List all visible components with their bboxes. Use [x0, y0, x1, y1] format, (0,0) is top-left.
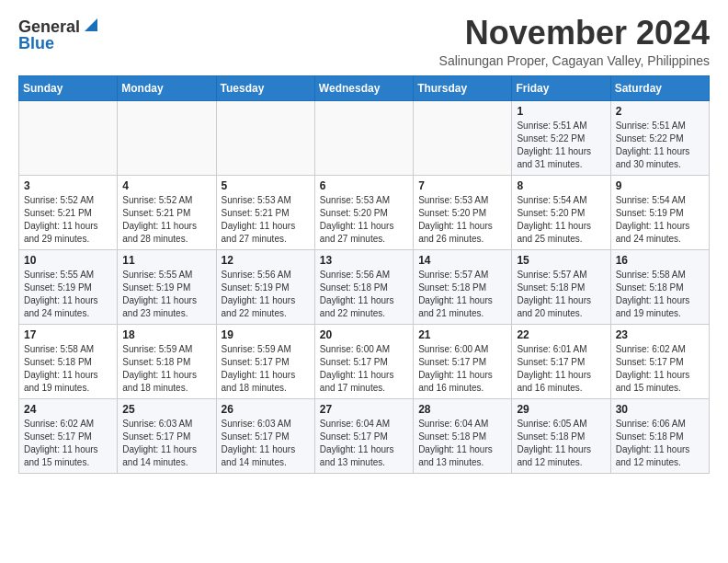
day-number: 8	[517, 179, 605, 192]
day-info: Sunrise: 5:58 AM Sunset: 5:18 PM Dayligh…	[616, 269, 704, 320]
svg-marker-0	[85, 18, 97, 31]
day-number: 12	[222, 254, 310, 267]
day-number: 9	[616, 179, 704, 192]
logo-triangle-icon	[81, 17, 97, 33]
day-info: Sunrise: 5:52 AM Sunset: 5:21 PM Dayligh…	[122, 194, 210, 246]
day-info: Sunrise: 6:03 AM Sunset: 5:17 PM Dayligh…	[222, 418, 310, 469]
calendar-week-1: 1Sunrise: 5:51 AM Sunset: 5:22 PM Daylig…	[19, 100, 710, 175]
header-cell-wednesday: Wednesday	[314, 75, 413, 100]
header-cell-friday: Friday	[512, 75, 610, 100]
calendar-cell: 5Sunrise: 5:53 AM Sunset: 5:21 PM Daylig…	[216, 175, 314, 249]
calendar-cell: 15Sunrise: 5:57 AM Sunset: 5:18 PM Dayli…	[512, 249, 610, 324]
calendar-table: SundayMondayTuesdayWednesdayThursdayFrid…	[18, 75, 710, 474]
day-info: Sunrise: 5:54 AM Sunset: 5:19 PM Dayligh…	[616, 194, 704, 246]
calendar-cell: 20Sunrise: 6:00 AM Sunset: 5:17 PM Dayli…	[314, 324, 413, 398]
day-info: Sunrise: 5:55 AM Sunset: 5:19 PM Dayligh…	[122, 269, 210, 320]
calendar-week-2: 3Sunrise: 5:52 AM Sunset: 5:21 PM Daylig…	[19, 175, 710, 249]
day-number: 5	[222, 179, 310, 192]
header-cell-monday: Monday	[118, 75, 216, 100]
day-number: 13	[320, 254, 408, 267]
calendar-week-5: 24Sunrise: 6:02 AM Sunset: 5:17 PM Dayli…	[19, 398, 710, 473]
day-info: Sunrise: 5:57 AM Sunset: 5:18 PM Dayligh…	[517, 269, 605, 320]
day-info: Sunrise: 5:51 AM Sunset: 5:22 PM Dayligh…	[616, 120, 704, 171]
calendar-cell: 22Sunrise: 6:01 AM Sunset: 5:17 PM Dayli…	[512, 324, 610, 398]
day-number: 4	[122, 179, 210, 192]
day-number: 27	[320, 403, 408, 416]
day-number: 19	[222, 328, 310, 341]
header-cell-sunday: Sunday	[19, 75, 118, 100]
header-row: SundayMondayTuesdayWednesdayThursdayFrid…	[19, 75, 710, 100]
day-info: Sunrise: 6:00 AM Sunset: 5:17 PM Dayligh…	[320, 343, 408, 395]
day-number: 14	[418, 254, 506, 267]
calendar-cell: 29Sunrise: 6:05 AM Sunset: 5:18 PM Dayli…	[512, 398, 610, 473]
header-cell-tuesday: Tuesday	[216, 75, 314, 100]
calendar-cell: 27Sunrise: 6:04 AM Sunset: 5:17 PM Dayli…	[314, 398, 413, 473]
day-info: Sunrise: 6:00 AM Sunset: 5:17 PM Dayligh…	[418, 343, 506, 395]
logo-blue-text: Blue	[18, 35, 54, 52]
calendar-cell	[216, 100, 314, 175]
day-number: 29	[517, 403, 605, 416]
calendar-header: SundayMondayTuesdayWednesdayThursdayFrid…	[19, 75, 710, 100]
day-number: 16	[616, 254, 704, 267]
calendar-body: 1Sunrise: 5:51 AM Sunset: 5:22 PM Daylig…	[19, 100, 710, 473]
calendar-cell: 14Sunrise: 5:57 AM Sunset: 5:18 PM Dayli…	[414, 249, 512, 324]
day-info: Sunrise: 5:54 AM Sunset: 5:20 PM Dayligh…	[517, 194, 605, 246]
calendar-cell: 3Sunrise: 5:52 AM Sunset: 5:21 PM Daylig…	[19, 175, 118, 249]
day-number: 7	[418, 179, 506, 192]
day-info: Sunrise: 6:02 AM Sunset: 5:17 PM Dayligh…	[616, 343, 704, 395]
day-number: 11	[122, 254, 210, 267]
calendar-cell	[118, 100, 216, 175]
day-number: 28	[418, 403, 506, 416]
day-number: 20	[320, 328, 408, 341]
day-number: 2	[616, 105, 704, 118]
calendar-cell: 6Sunrise: 5:53 AM Sunset: 5:20 PM Daylig…	[314, 175, 413, 249]
calendar-cell: 19Sunrise: 5:59 AM Sunset: 5:17 PM Dayli…	[216, 324, 314, 398]
calendar-cell: 26Sunrise: 6:03 AM Sunset: 5:17 PM Dayli…	[216, 398, 314, 473]
day-number: 21	[418, 328, 506, 341]
calendar-cell: 12Sunrise: 5:56 AM Sunset: 5:19 PM Dayli…	[216, 249, 314, 324]
day-number: 10	[24, 254, 112, 267]
calendar-cell: 25Sunrise: 6:03 AM Sunset: 5:17 PM Dayli…	[118, 398, 216, 473]
location-subtitle: Salinungan Proper, Cagayan Valley, Phili…	[439, 53, 710, 68]
day-info: Sunrise: 5:56 AM Sunset: 5:18 PM Dayligh…	[320, 269, 408, 320]
day-info: Sunrise: 6:05 AM Sunset: 5:18 PM Dayligh…	[517, 418, 605, 469]
title-area: November 2024 Salinungan Proper, Cagayan…	[439, 15, 710, 68]
day-number: 17	[24, 328, 112, 341]
day-number: 26	[222, 403, 310, 416]
calendar-cell	[314, 100, 413, 175]
calendar-cell: 23Sunrise: 6:02 AM Sunset: 5:17 PM Dayli…	[610, 324, 709, 398]
day-info: Sunrise: 6:04 AM Sunset: 5:17 PM Dayligh…	[320, 418, 408, 469]
calendar-cell: 1Sunrise: 5:51 AM Sunset: 5:22 PM Daylig…	[512, 100, 610, 175]
header-cell-saturday: Saturday	[610, 75, 709, 100]
day-info: Sunrise: 5:55 AM Sunset: 5:19 PM Dayligh…	[24, 269, 112, 320]
calendar-week-4: 17Sunrise: 5:58 AM Sunset: 5:18 PM Dayli…	[19, 324, 710, 398]
day-info: Sunrise: 5:57 AM Sunset: 5:18 PM Dayligh…	[418, 269, 506, 320]
month-title: November 2024	[439, 15, 710, 52]
day-info: Sunrise: 6:02 AM Sunset: 5:17 PM Dayligh…	[24, 418, 112, 469]
day-number: 30	[616, 403, 704, 416]
day-info: Sunrise: 5:53 AM Sunset: 5:20 PM Dayligh…	[320, 194, 408, 246]
calendar-cell: 21Sunrise: 6:00 AM Sunset: 5:17 PM Dayli…	[414, 324, 512, 398]
day-number: 1	[517, 105, 605, 118]
calendar-cell: 8Sunrise: 5:54 AM Sunset: 5:20 PM Daylig…	[512, 175, 610, 249]
calendar-cell	[19, 100, 118, 175]
calendar-cell: 9Sunrise: 5:54 AM Sunset: 5:19 PM Daylig…	[610, 175, 709, 249]
calendar-cell: 28Sunrise: 6:04 AM Sunset: 5:18 PM Dayli…	[414, 398, 512, 473]
calendar-cell: 24Sunrise: 6:02 AM Sunset: 5:17 PM Dayli…	[19, 398, 118, 473]
calendar-cell: 7Sunrise: 5:53 AM Sunset: 5:20 PM Daylig…	[414, 175, 512, 249]
day-number: 25	[122, 403, 210, 416]
day-number: 18	[122, 328, 210, 341]
logo: General Blue	[18, 18, 97, 52]
day-number: 22	[517, 328, 605, 341]
day-info: Sunrise: 6:06 AM Sunset: 5:18 PM Dayligh…	[616, 418, 704, 469]
calendar-week-3: 10Sunrise: 5:55 AM Sunset: 5:19 PM Dayli…	[19, 249, 710, 324]
day-info: Sunrise: 5:59 AM Sunset: 5:17 PM Dayligh…	[222, 343, 310, 395]
logo-general-text: General	[18, 18, 80, 35]
calendar-cell	[414, 100, 512, 175]
calendar-cell: 17Sunrise: 5:58 AM Sunset: 5:18 PM Dayli…	[19, 324, 118, 398]
calendar-cell: 13Sunrise: 5:56 AM Sunset: 5:18 PM Dayli…	[314, 249, 413, 324]
calendar-cell: 11Sunrise: 5:55 AM Sunset: 5:19 PM Dayli…	[118, 249, 216, 324]
day-info: Sunrise: 6:04 AM Sunset: 5:18 PM Dayligh…	[418, 418, 506, 469]
day-info: Sunrise: 5:53 AM Sunset: 5:20 PM Dayligh…	[418, 194, 506, 246]
calendar-cell: 30Sunrise: 6:06 AM Sunset: 5:18 PM Dayli…	[610, 398, 709, 473]
